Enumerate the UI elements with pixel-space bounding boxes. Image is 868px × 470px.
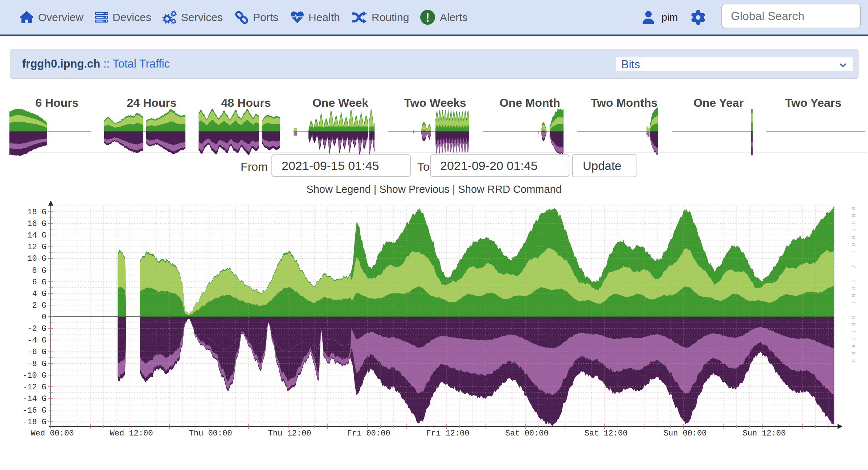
svg-text:16 G: 16 G (27, 219, 46, 228)
svg-text:0: 0 (42, 313, 46, 322)
svg-text:-18 G: -18 G (22, 418, 46, 427)
svg-text:Sat 12:00: Sat 12:00 (585, 429, 628, 438)
svg-text:10 G: 10 G (27, 254, 46, 263)
svg-text:RRDTOOL / TOBI OETIKER: RRDTOOL / TOBI OETIKER (850, 207, 856, 366)
svg-text:-2 G: -2 G (27, 324, 46, 333)
svg-text:-14 G: -14 G (22, 394, 46, 404)
svg-text:-12 G: -12 G (22, 383, 46, 392)
svg-text:-4 G: -4 G (27, 336, 46, 345)
svg-text:4 G: 4 G (32, 289, 46, 299)
svg-text:14 G: 14 G (27, 231, 46, 240)
svg-text:Sun 12:00: Sun 12:00 (743, 429, 786, 438)
svg-text:Wed 00:00: Wed 00:00 (31, 429, 74, 438)
svg-text:12 G: 12 G (27, 243, 46, 252)
svg-text:8 G: 8 G (32, 266, 46, 275)
svg-text:18 G: 18 G (27, 208, 46, 217)
svg-text:Fri 12:00: Fri 12:00 (426, 429, 470, 438)
svg-text:Sun 00:00: Sun 00:00 (664, 429, 707, 438)
svg-text:-6 G: -6 G (27, 348, 46, 357)
svg-text:-16 G: -16 G (22, 406, 46, 415)
svg-text:Fri 00:00: Fri 00:00 (347, 429, 390, 438)
svg-text:-8 G: -8 G (27, 360, 46, 369)
svg-text:Thu 12:00: Thu 12:00 (268, 429, 311, 438)
svg-text:6 G: 6 G (32, 278, 46, 287)
svg-text:-10 G: -10 G (22, 371, 46, 380)
svg-text:2 G: 2 G (32, 301, 46, 310)
svg-text:Sat 00:00: Sat 00:00 (505, 429, 549, 438)
svg-text:Thu 00:00: Thu 00:00 (189, 429, 232, 438)
svg-text:Wed 12:00: Wed 12:00 (110, 429, 153, 438)
